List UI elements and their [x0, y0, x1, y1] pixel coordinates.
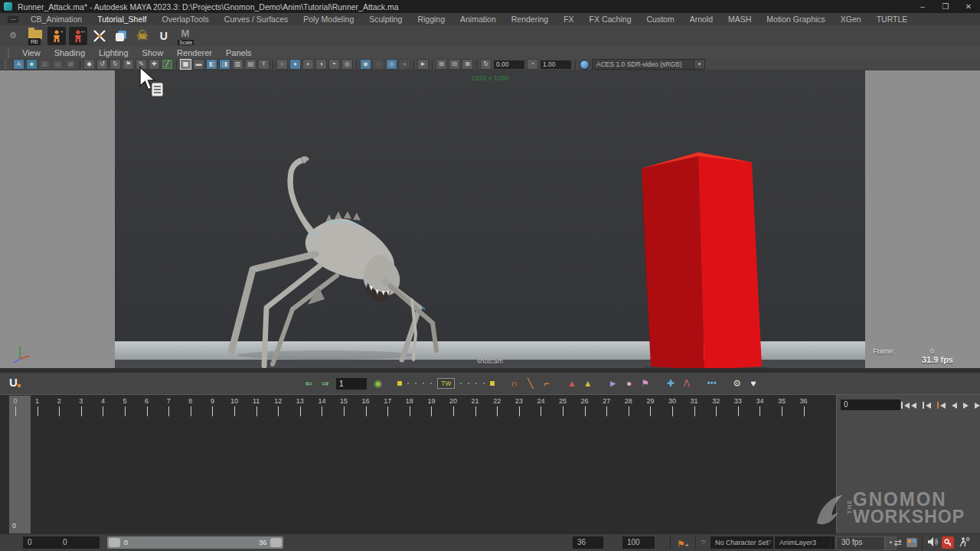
tween-step-dot[interactable] — [468, 383, 469, 384]
panel-menu-panels[interactable]: Panels — [219, 48, 259, 57]
pane-layout-right-icon[interactable]: ◨ — [219, 59, 230, 70]
time-slider[interactable]: 0123456789101112131415161718192021222324… — [0, 394, 836, 534]
tweener-widget[interactable]: TW — [395, 378, 497, 389]
panel-menu-view[interactable]: View — [15, 48, 47, 57]
viewport[interactable]: 1920 x 1080 shotcam Frame: 0 31.9 fps — [0, 70, 980, 368]
shelf-tab-custom[interactable]: Custom — [639, 14, 681, 24]
skull-shelf-button[interactable]: ☠ — [133, 27, 152, 45]
next-key-arrow-icon[interactable]: ⇒ — [318, 373, 332, 394]
linear-curve-icon[interactable]: ╲ — [524, 373, 537, 394]
use-lights-icon[interactable]: ◑ — [315, 59, 327, 70]
tween-step-dot[interactable] — [415, 383, 416, 384]
default-material-icon[interactable]: ● — [399, 59, 410, 70]
shelf-tab-fx-caching[interactable]: FX Caching — [582, 14, 639, 24]
smooth-shading-icon[interactable]: ● — [289, 59, 301, 70]
tween-step-dot[interactable] — [423, 383, 424, 384]
tween-stop-icon[interactable] — [397, 381, 402, 386]
film-gate-icon[interactable]: ⊠ — [462, 59, 473, 70]
shelf-tab-turtle[interactable]: TURTLE — [869, 14, 916, 24]
isolate-select-icon[interactable]: ◉ — [360, 59, 371, 70]
bookmark-key-button[interactable]: ⚑+ — [677, 536, 688, 549]
locator-icon[interactable]: ✚ — [664, 373, 677, 394]
pointer-tool-icon[interactable]: ► — [606, 373, 619, 394]
step-forward-key-button[interactable] — [972, 400, 980, 410]
mute-audio-button[interactable] — [927, 536, 938, 549]
character-red-shelf-button[interactable]: ++ — [69, 27, 87, 45]
current-time-field[interactable]: 0 — [841, 399, 900, 410]
selection-mask-icon[interactable]: ▤ — [52, 59, 64, 70]
outliner-pane-icon[interactable]: T — [258, 59, 270, 70]
pose-blob-icon[interactable]: ● — [622, 373, 635, 394]
stepped-curve-icon[interactable]: ⌐ — [540, 373, 553, 394]
animation-end-field[interactable]: 100 — [622, 536, 655, 549]
pane-layout-split-icon[interactable]: ▥ — [232, 59, 243, 70]
camera-rotate-left-icon[interactable]: ↺ — [96, 59, 108, 70]
playback-loop-icon[interactable]: ⇄ — [893, 536, 903, 549]
anim-layer-menu-icon[interactable]: ▽ — [767, 536, 771, 549]
panel-menu-renderer[interactable]: Renderer — [170, 48, 219, 57]
saved-layouts-icon[interactable]: ▬ — [193, 59, 204, 70]
shelf-tab-animation[interactable]: Animation — [452, 14, 504, 24]
panel-menu-lighting[interactable]: Lighting — [92, 48, 136, 57]
grease-pencil-icon[interactable]: ╱ — [162, 59, 173, 70]
tween-step-dot[interactable] — [407, 383, 409, 384]
insert-key-red-icon[interactable]: ▲ — [565, 373, 578, 394]
shelf-tab-rendering[interactable]: Rendering — [504, 14, 556, 24]
shelf-tab-sculpting[interactable]: Sculpting — [361, 14, 410, 24]
character-gear-icon[interactable]: ⚙ — [730, 373, 743, 394]
grip-handle[interactable] — [8, 48, 12, 57]
colorspace-dropdown[interactable]: ACES 1.0 SDR-video (sRGB)▼ — [580, 59, 705, 70]
play-forwards-button[interactable] — [960, 400, 972, 410]
character-set-menu-icon[interactable]: ▽ — [701, 536, 705, 549]
selection-mask-icon[interactable]: ▥ — [39, 59, 51, 70]
grip-handle[interactable] — [5, 60, 9, 69]
shelf-tab-xgen[interactable]: XGen — [833, 14, 869, 24]
shotcam-view[interactable]: 1920 x 1080 shotcam — [115, 70, 865, 368]
close-button[interactable]: ✕ — [957, 0, 980, 13]
time-ruler[interactable]: 0123456789101112131415161718192021222324… — [6, 395, 833, 534]
select-by-component-mask-icon[interactable]: ■ — [26, 59, 38, 70]
previous-key-arrow-icon[interactable]: ⇐ — [302, 373, 315, 394]
scale-shelf-button[interactable]: M Scale — [176, 27, 194, 45]
cached-playback-icon[interactable] — [906, 538, 917, 547]
ambient-occlusion-icon[interactable]: ◎ — [341, 59, 353, 70]
shelf-tab-overlaptools[interactable]: OverlapTools — [155, 14, 217, 24]
xray-icon[interactable]: ○ — [373, 59, 384, 70]
tween-step-dot[interactable] — [475, 383, 477, 384]
more-options-icon[interactable]: ••• — [705, 373, 718, 394]
animbot-frame-field[interactable]: 1 — [336, 378, 367, 390]
shelf-tab-cb-animation[interactable]: CB_Animation — [23, 14, 90, 24]
ease-curve-icon[interactable]: ∩ — [508, 373, 521, 394]
play-backwards-button[interactable] — [949, 400, 960, 410]
go-to-start-button[interactable] — [898, 400, 920, 410]
wireframe-on-shaded-icon[interactable]: ◎ — [386, 59, 397, 70]
shelf-tab-arnold[interactable]: Arnold — [682, 14, 720, 24]
anim-layer-dropdown[interactable]: AnimLayer3 — [775, 536, 835, 549]
range-start-handle[interactable] — [109, 538, 120, 547]
insert-key-yellow-icon[interactable]: ▲ — [581, 373, 594, 394]
animation-preferences-button[interactable]: ⚙ — [959, 536, 970, 549]
select-by-object-mask-icon[interactable]: A — [13, 59, 24, 70]
range-end-handle[interactable] — [270, 538, 282, 547]
playback-speed-dropdown[interactable]: 30 fps — [836, 536, 885, 550]
step-back-key-button[interactable] — [934, 400, 949, 410]
duplicate-shelf-button[interactable] — [112, 27, 130, 45]
reference-editor-shelf-button[interactable]: RE — [26, 27, 44, 45]
camera-icon[interactable]: ◆ — [83, 59, 95, 70]
textured-shading-icon[interactable]: ◐ — [302, 59, 314, 70]
shelf-tab-rigging[interactable]: Rigging — [410, 14, 452, 24]
character-set-dropdown[interactable]: No Character Set — [710, 536, 773, 549]
tweener-button[interactable]: TW — [437, 378, 455, 389]
image-plane-icon[interactable]: ✎ — [136, 59, 147, 70]
shelf-tab-tutorial-shelf[interactable]: Tutorial_Shelf — [90, 14, 154, 24]
maximize-button[interactable]: ❐ — [934, 0, 957, 13]
color-management-icon[interactable] — [580, 60, 590, 70]
gate-mask-icon[interactable]: ⊟ — [449, 59, 460, 70]
range-slider[interactable]: 0 36 — [107, 536, 283, 549]
shelf-gear-icon[interactable]: ⚙ — [9, 31, 17, 41]
tween-stop-icon[interactable] — [490, 381, 495, 386]
shelf-tabs-menu-icon[interactable]: — — [8, 16, 18, 23]
pan-zoom-icon[interactable]: ✚ — [149, 59, 160, 70]
power-toggle-icon[interactable]: ◉ — [371, 373, 384, 394]
panel-menu-show[interactable]: Show — [136, 48, 171, 57]
